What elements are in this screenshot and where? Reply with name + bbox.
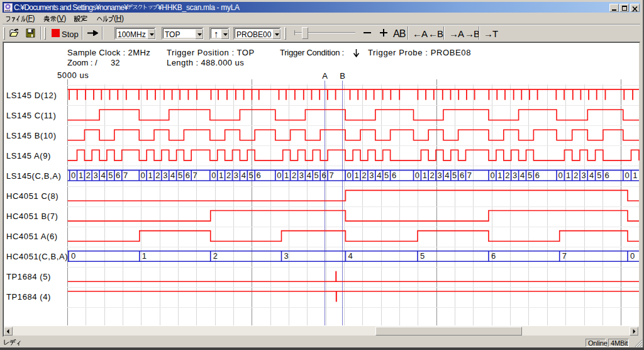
- svg-text:HC4051 C(8): HC4051 C(8): [6, 191, 58, 201]
- svg-text:Zoom : /: Zoom : /: [67, 58, 97, 67]
- svg-text:Trigger Position : TOP: Trigger Position : TOP: [167, 48, 255, 57]
- svg-text:3: 3: [369, 171, 374, 180]
- svg-text:1: 1: [566, 171, 570, 180]
- svg-text:1: 1: [79, 171, 83, 180]
- svg-text:6: 6: [460, 171, 464, 180]
- svg-text:4: 4: [242, 171, 246, 180]
- svg-text:1: 1: [497, 171, 502, 180]
- svg-text:0: 0: [277, 171, 281, 180]
- svg-text:2: 2: [155, 171, 160, 180]
- svg-text:3: 3: [163, 171, 167, 180]
- svg-text:32: 32: [111, 58, 119, 67]
- svg-text:Length : 488.000 us: Length : 488.000 us: [167, 58, 244, 67]
- svg-text:6: 6: [116, 171, 120, 180]
- svg-text:2: 2: [574, 171, 578, 180]
- svg-text:6: 6: [392, 171, 396, 180]
- svg-text:6: 6: [535, 171, 540, 180]
- svg-text:3: 3: [299, 171, 304, 180]
- svg-text:2: 2: [86, 171, 91, 180]
- svg-text:5: 5: [178, 171, 182, 180]
- svg-text:6: 6: [186, 171, 190, 180]
- svg-text:4: 4: [348, 251, 352, 261]
- svg-text:4: 4: [377, 171, 381, 180]
- svg-text:0: 0: [211, 171, 216, 180]
- svg-text:4: 4: [520, 171, 525, 180]
- svg-text:6: 6: [604, 171, 609, 180]
- svg-text:TP1684 (4): TP1684 (4): [6, 292, 51, 302]
- svg-text:LS145 D(12): LS145 D(12): [6, 91, 57, 100]
- svg-text:1: 1: [148, 171, 152, 180]
- svg-text:3: 3: [234, 171, 238, 180]
- svg-text:4: 4: [101, 171, 105, 180]
- svg-text:myLA: myLA: [5, 9, 13, 13]
- svg-text:Trigger Probe : PROBE08: Trigger Probe : PROBE08: [368, 48, 471, 57]
- svg-text:2: 2: [292, 171, 296, 180]
- svg-text:5: 5: [597, 171, 601, 180]
- svg-text:2: 2: [226, 171, 231, 180]
- svg-text:7: 7: [193, 171, 197, 180]
- svg-text:LS145 A(9): LS145 A(9): [6, 151, 51, 161]
- svg-text:7: 7: [329, 171, 333, 180]
- svg-text:5000 us: 5000 us: [57, 71, 89, 80]
- svg-text:2: 2: [505, 171, 509, 180]
- svg-text:LS145 C(11): LS145 C(11): [6, 111, 56, 120]
- svg-text:3: 3: [581, 171, 586, 180]
- svg-text:5: 5: [384, 171, 389, 180]
- svg-text:5: 5: [420, 251, 425, 261]
- svg-text:HC4051 A(6): HC4051 A(6): [6, 232, 58, 241]
- svg-text:4: 4: [445, 171, 449, 180]
- svg-text:6: 6: [322, 171, 326, 180]
- svg-text:0: 0: [490, 171, 494, 180]
- svg-text:4: 4: [307, 171, 311, 180]
- svg-text:0: 0: [71, 251, 75, 261]
- svg-text:7: 7: [562, 251, 567, 261]
- svg-text:0: 0: [347, 171, 352, 180]
- svg-text:0: 0: [625, 171, 629, 180]
- svg-text:LS145 B(10): LS145 B(10): [6, 131, 57, 140]
- svg-text:HC4051(C,B,A): HC4051(C,B,A): [6, 252, 68, 261]
- svg-text:HC4051 B(7): HC4051 B(7): [6, 212, 58, 221]
- svg-text:1: 1: [219, 171, 223, 180]
- svg-text:0: 0: [558, 171, 563, 180]
- svg-text:4: 4: [589, 171, 594, 180]
- svg-text:TP1684 (5): TP1684 (5): [6, 272, 51, 281]
- svg-text:Trigger Condition :: Trigger Condition :: [280, 48, 344, 57]
- svg-text:0: 0: [630, 251, 635, 261]
- svg-text:2: 2: [213, 251, 218, 261]
- svg-text:3: 3: [437, 171, 441, 180]
- svg-text:1: 1: [354, 171, 358, 180]
- svg-text:5: 5: [314, 171, 319, 180]
- svg-text:1: 1: [142, 251, 147, 261]
- svg-text:7: 7: [123, 171, 128, 180]
- svg-text:B: B: [340, 71, 345, 81]
- svg-text:3: 3: [94, 171, 98, 180]
- svg-text:4: 4: [170, 171, 175, 180]
- svg-text:1: 1: [284, 171, 289, 180]
- svg-text:5: 5: [108, 171, 113, 180]
- svg-text:0: 0: [415, 171, 419, 180]
- svg-text:1: 1: [423, 171, 427, 180]
- svg-text:5: 5: [528, 171, 532, 180]
- svg-text:2: 2: [430, 171, 434, 180]
- svg-text:5: 5: [249, 171, 253, 180]
- svg-text:6: 6: [257, 171, 261, 180]
- svg-text:1: 1: [633, 171, 637, 180]
- svg-text:Sample Clock : 2MHz: Sample Clock : 2MHz: [67, 48, 150, 57]
- svg-text:A: A: [322, 71, 328, 81]
- svg-text:2: 2: [362, 171, 366, 180]
- svg-text:0: 0: [71, 171, 75, 180]
- svg-text:LS145(C,B,A): LS145(C,B,A): [6, 171, 61, 181]
- svg-text:7: 7: [467, 171, 472, 180]
- svg-text:5: 5: [452, 171, 457, 180]
- svg-text:3: 3: [513, 171, 517, 180]
- svg-text:3: 3: [284, 251, 289, 261]
- svg-text:6: 6: [491, 251, 496, 261]
- svg-text:0: 0: [141, 171, 145, 180]
